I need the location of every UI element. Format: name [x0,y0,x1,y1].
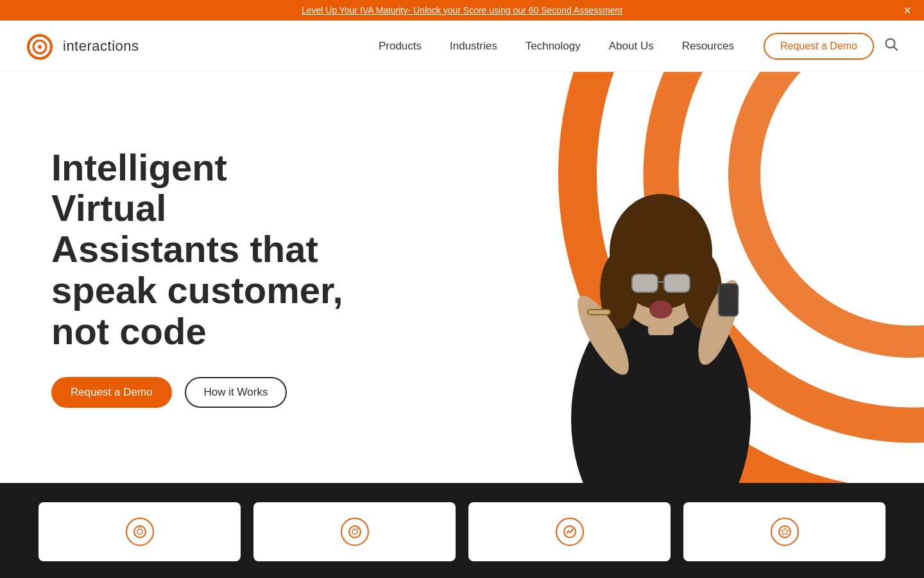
banner-close-button[interactable]: × [903,4,911,17]
bottom-card-2 [253,502,456,561]
nav-item-products[interactable]: Products [364,40,436,53]
bottom-card-icon-4 [771,518,799,546]
hero-woman-illustration [526,110,796,483]
nav-request-demo-button[interactable]: Request a Demo [764,33,874,60]
hero-section: Intelligent Virtual Assistants that spea… [0,72,924,483]
svg-rect-15 [664,274,690,292]
hero-buttons: Request a Demo How it Works [51,377,346,408]
svg-point-23 [137,529,142,534]
svg-point-26 [352,529,357,534]
navbar: interactions Products Industries Technol… [0,21,924,72]
svg-line-27 [357,527,359,529]
hero-headline: Intelligent Virtual Assistants that spea… [51,147,346,352]
bottom-card-icon-3 [556,518,584,546]
bottom-card-icon-2 [341,518,369,546]
svg-rect-21 [719,284,738,316]
logo[interactable]: interactions [26,30,139,62]
svg-marker-30 [781,528,789,535]
bottom-card-1 [38,502,241,561]
svg-point-17 [649,301,672,319]
hero-request-demo-button[interactable]: Request a Demo [51,377,172,408]
svg-rect-20 [588,310,610,315]
nav-links: Products Industries Technology About Us … [364,40,748,53]
banner-link[interactable]: Level Up Your IVA Maturity- Unlock your … [302,5,622,15]
hero-how-it-works-button[interactable]: How it Works [185,377,287,408]
bottom-card-icon-1 [126,518,154,546]
svg-point-2 [38,45,42,49]
hero-content: Intelligent Virtual Assistants that spea… [0,109,398,447]
bottom-card-4 [683,502,886,561]
nav-item-about-us[interactable]: About Us [595,40,668,53]
logo-icon [26,30,58,62]
hero-image [526,110,796,483]
nav-item-industries[interactable]: Industries [436,40,511,53]
svg-rect-14 [632,274,658,292]
logo-text: interactions [63,38,139,55]
search-icon[interactable] [884,37,898,55]
nav-item-technology[interactable]: Technology [511,40,595,53]
promo-banner: Level Up Your IVA Maturity- Unlock your … [0,0,924,21]
svg-line-4 [894,46,898,50]
bottom-card-3 [468,502,671,561]
nav-item-resources[interactable]: Resources [668,40,748,53]
bottom-cards-bar [0,483,924,578]
